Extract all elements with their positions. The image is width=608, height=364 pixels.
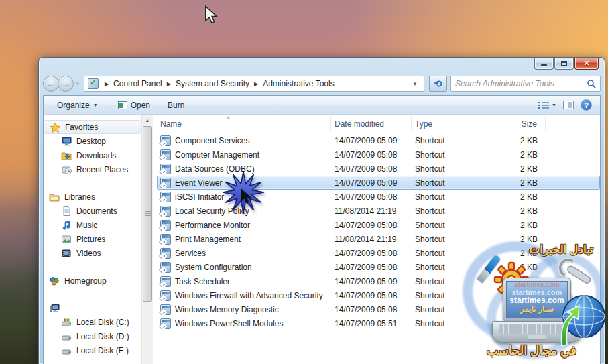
file-row[interactable]: Windows Memory Diagnostic14/07/2009 05:0… bbox=[157, 302, 600, 316]
chevron-down-icon: ▼ bbox=[552, 103, 556, 107]
file-size: 2 KB bbox=[489, 305, 546, 314]
address-bar[interactable]: ▶Control Panel▶System and Security▶Admin… bbox=[84, 76, 424, 92]
sidebar-item-downloads[interactable]: Downloads bbox=[44, 148, 141, 162]
shortcut-icon bbox=[160, 276, 171, 287]
sidebar-item-recent-places[interactable]: Recent Places bbox=[44, 162, 141, 176]
date-modified: 14/07/2009 05:08 bbox=[331, 291, 412, 300]
preview-pane-button[interactable] bbox=[563, 101, 574, 109]
sidebar-item-label: Documents bbox=[76, 206, 117, 216]
file-row[interactable]: Component Services14/07/2009 05:09Shortc… bbox=[157, 133, 600, 147]
file-size: 2 KB bbox=[489, 221, 546, 230]
open-button[interactable]: Open bbox=[113, 99, 156, 112]
homegroup-icon bbox=[49, 275, 60, 286]
music-icon bbox=[61, 219, 72, 231]
library-icon bbox=[49, 191, 60, 202]
date-modified: 11/08/2014 21:19 bbox=[331, 235, 412, 244]
picture-icon bbox=[61, 233, 72, 245]
search-input[interactable]: Search Administrative Tools bbox=[450, 76, 601, 92]
burn-button[interactable]: Burn bbox=[162, 99, 190, 112]
column-header-type[interactable]: Type bbox=[412, 116, 489, 131]
sidebar-item-label: Videos bbox=[76, 249, 101, 258]
column-header-date-modified[interactable]: Date modified bbox=[331, 116, 412, 131]
sidebar-item-homegroup[interactable]: Homegroup bbox=[44, 274, 141, 288]
column-header-name[interactable]: Name bbox=[157, 116, 331, 131]
sidebar-item-pictures[interactable]: Pictures bbox=[44, 232, 141, 246]
file-row[interactable]: Services14/07/2009 05:08Shortcut2 KB bbox=[157, 246, 600, 260]
column-header-size[interactable]: Size bbox=[489, 116, 546, 131]
column-headers: ▲ NameDate modifiedTypeSize bbox=[157, 116, 600, 131]
document-icon bbox=[61, 205, 72, 217]
shortcut-icon bbox=[160, 149, 171, 160]
date-modified: 11/08/2014 21:19 bbox=[331, 206, 412, 216]
sidebar-item-favorites[interactable]: Favorites bbox=[44, 120, 141, 134]
breadcrumb-segment[interactable]: Control Panel bbox=[113, 79, 162, 88]
file-type: Shortcut bbox=[412, 249, 489, 258]
desktop: { "window": { "controls": { "minimize": … bbox=[0, 0, 608, 364]
address-dropdown-icon[interactable]: ▼ bbox=[408, 81, 422, 87]
sidebar-item-music[interactable]: Music bbox=[44, 218, 141, 232]
maximize-button[interactable] bbox=[554, 58, 574, 70]
close-button[interactable]: ✕ bbox=[574, 58, 599, 70]
breadcrumb-segment[interactable]: System and Security bbox=[176, 79, 249, 88]
sidebar-item-documents[interactable]: Documents bbox=[44, 204, 141, 218]
back-button[interactable]: ← bbox=[43, 76, 59, 92]
breadcrumb-separator-icon: ▶ bbox=[100, 81, 113, 87]
file-name: Print Management bbox=[175, 235, 241, 244]
file-list-pane: ▲ NameDate modifiedTypeSize Component Se… bbox=[153, 115, 600, 364]
file-name: Component Services bbox=[175, 136, 249, 145]
sidebar-item-label: Local Disk (E:) bbox=[76, 346, 129, 355]
film-icon bbox=[61, 247, 72, 259]
date-modified: 14/07/2009 05:08 bbox=[331, 192, 412, 202]
sidebar-item-label: Music bbox=[76, 221, 97, 230]
scrollbar-thumb[interactable] bbox=[143, 126, 152, 302]
open-label: Open bbox=[131, 101, 150, 110]
forward-button[interactable]: → bbox=[58, 76, 74, 92]
file-row[interactable]: Print Management11/08/2014 21:19Shortcut… bbox=[157, 232, 600, 246]
sidebar-item-videos[interactable]: Videos bbox=[44, 246, 141, 260]
recent-pages-chevron-icon[interactable]: ▼ bbox=[75, 81, 80, 87]
refresh-button[interactable]: ⟲ bbox=[429, 76, 447, 92]
chevron-down-icon: ▼ bbox=[93, 103, 98, 107]
sidebar-item-local-disk-e-[interactable]: Local Disk (E:) bbox=[44, 343, 141, 357]
sidebar-spacer bbox=[44, 260, 141, 274]
file-row[interactable]: Windows Firewall with Advanced Security1… bbox=[157, 288, 600, 302]
breadcrumb-segment[interactable]: Administrative Tools bbox=[263, 79, 335, 88]
sidebar-item-local-disk-d-[interactable]: Local Disk (D:) bbox=[44, 329, 141, 343]
file-row[interactable]: Task Scheduler14/07/2009 05:09Shortcut2 … bbox=[157, 274, 600, 288]
minimize-button[interactable] bbox=[534, 58, 554, 70]
shortcut-icon bbox=[160, 178, 171, 188]
sidebar-item-local-disk-c-[interactable]: Local Disk (C:) bbox=[44, 315, 141, 329]
file-row[interactable]: System Configuration14/07/2009 05:08Shor… bbox=[157, 260, 600, 274]
file-name: Task Scheduler bbox=[175, 277, 230, 286]
file-name: Computer Management bbox=[175, 150, 259, 160]
title-bar[interactable]: ✕ bbox=[39, 58, 605, 75]
file-name: System Configuration bbox=[175, 263, 252, 272]
date-modified: 14/07/2009 05:08 bbox=[331, 263, 412, 272]
nav-pane-scrollbar[interactable]: ▲ bbox=[141, 115, 153, 364]
file-size: 2 KB bbox=[489, 136, 546, 145]
sidebar-item-label: Desktop bbox=[76, 137, 106, 146]
date-modified: 14/07/2009 05:08 bbox=[331, 249, 412, 258]
file-row[interactable]: Computer Management14/07/2009 05:08Short… bbox=[157, 147, 600, 162]
close-icon: ✕ bbox=[583, 60, 589, 67]
help-button[interactable]: ? bbox=[581, 99, 592, 111]
organize-button[interactable]: Organize ▼ bbox=[52, 99, 103, 112]
file-row[interactable]: Performance Monitor14/07/2009 05:08Short… bbox=[157, 218, 600, 232]
file-type: Shortcut bbox=[412, 305, 489, 314]
sidebar-item-label: Pictures bbox=[76, 235, 105, 244]
file-size: 2 KB bbox=[489, 235, 546, 244]
file-size: 2 KB bbox=[489, 277, 546, 286]
sidebar-item-computer[interactable] bbox=[44, 301, 141, 315]
disk-icon bbox=[61, 345, 72, 356]
sidebar-item-desktop[interactable]: Desktop bbox=[44, 134, 141, 148]
nav-buttons: ← → ▼ bbox=[43, 76, 80, 92]
shortcut-icon bbox=[160, 206, 171, 217]
sidebar-spacer bbox=[44, 288, 141, 301]
date-modified: 14/07/2009 05:08 bbox=[331, 305, 412, 314]
scroll-up-icon[interactable]: ▲ bbox=[142, 115, 153, 125]
sidebar-item-label: Homegroup bbox=[64, 276, 107, 286]
file-row[interactable]: Windows PowerShell Modules14/07/2009 05:… bbox=[157, 316, 600, 330]
shortcut-icon bbox=[160, 304, 171, 315]
sidebar-item-libraries[interactable]: Libraries bbox=[44, 190, 141, 204]
change-view-button[interactable]: ▼ bbox=[538, 102, 556, 109]
